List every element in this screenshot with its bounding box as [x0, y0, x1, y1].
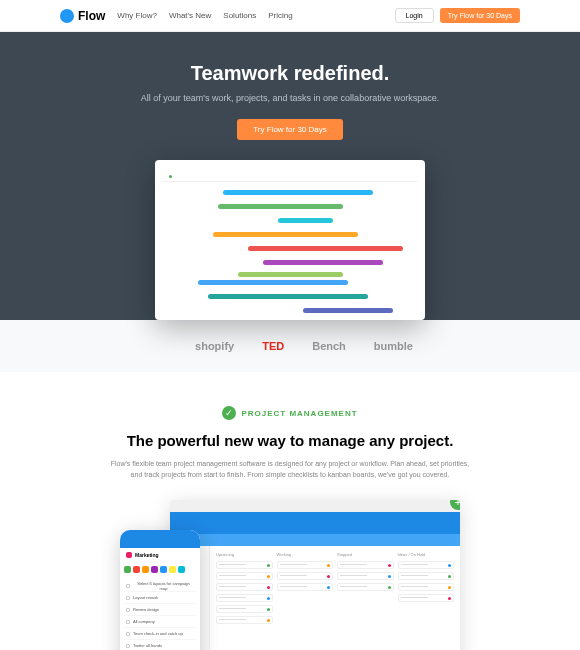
phone-avatars: [120, 562, 200, 576]
checkbox-icon: [126, 608, 130, 612]
gantt-preview: [155, 160, 425, 320]
phone-task-item: Team check-in and catch up: [124, 628, 196, 640]
gantt-bar: [223, 190, 373, 195]
phone-task-item: Review design: [124, 604, 196, 616]
checkbox-icon: [126, 632, 130, 636]
kanban-card: [398, 594, 455, 602]
gantt-bar: [263, 260, 383, 265]
kanban-card: [216, 594, 273, 602]
task-label: Select 6 layouts for campaign map: [133, 581, 194, 591]
project-management-section: ✓ PROJECT MANAGEMENT The powerful new wa…: [0, 372, 580, 650]
checkbox-icon: [126, 584, 130, 588]
kanban-card: [277, 583, 334, 591]
kanban-card: [277, 561, 334, 569]
phone-task-item: All company: [124, 616, 196, 628]
browser-chrome: [170, 500, 460, 512]
card-status-dot: [267, 608, 270, 611]
card-status-dot: [267, 564, 270, 567]
phone-statusbar: [120, 530, 200, 548]
card-status-dot: [327, 586, 330, 589]
bench-logo: Bench: [312, 340, 346, 352]
gantt-header: [163, 172, 417, 182]
gantt-bar: [278, 218, 333, 223]
phone-title-bar: Marketing: [120, 548, 200, 562]
card-status-dot: [327, 564, 330, 567]
gantt-bar: [238, 272, 343, 277]
bumble-logo: bumble: [374, 340, 413, 352]
phone-task-item: Twitter all hands: [124, 640, 196, 650]
kanban-column-header: Working: [277, 552, 334, 557]
card-status-dot: [388, 586, 391, 589]
gantt-bar: [303, 308, 393, 313]
card-status-dot: [267, 597, 270, 600]
phone-task-item: Layout rework: [124, 592, 196, 604]
kanban-column-header: Ideas / On Hold: [398, 552, 455, 557]
avatar: [151, 566, 158, 573]
login-button[interactable]: Login: [395, 8, 434, 23]
checkbox-icon: [126, 596, 130, 600]
kanban-card: [337, 572, 394, 580]
kanban-column-header: Stopped: [337, 552, 394, 557]
brand-logo[interactable]: Flow: [60, 9, 105, 23]
kanban-board: UpcomingWorkingStoppedIdeas / On Hold: [210, 546, 460, 650]
kanban-column: Working: [277, 552, 334, 650]
kanban-card: [398, 572, 455, 580]
gantt-bar: [213, 232, 358, 237]
kanban-card: [216, 561, 273, 569]
app-header: [170, 512, 460, 534]
nav-solutions[interactable]: Solutions: [223, 11, 256, 20]
kanban-column: Stopped: [337, 552, 394, 650]
check-icon: ✓: [222, 406, 236, 420]
card-status-dot: [327, 575, 330, 578]
card-status-dot: [267, 575, 270, 578]
kanban-card: [216, 572, 273, 580]
avatar: [133, 566, 140, 573]
kanban-card: [337, 561, 394, 569]
card-status-dot: [267, 586, 270, 589]
card-status-dot: [388, 564, 391, 567]
task-label: All company: [133, 619, 155, 624]
flow-logo-icon: [60, 9, 74, 23]
gantt-rows: [163, 182, 417, 322]
kanban-card: [277, 572, 334, 580]
section-title: The powerful new way to manage any proje…: [40, 432, 540, 449]
trial-button[interactable]: Try Flow for 30 Days: [440, 8, 520, 23]
card-status-dot: [448, 575, 451, 578]
task-label: Review design: [133, 607, 159, 612]
nav-why-flow[interactable]: Why Flow?: [117, 11, 157, 20]
product-screenshot: + UpcomingWorkingStoppedIdeas / On Hold …: [120, 500, 460, 650]
nav-pricing[interactable]: Pricing: [268, 11, 292, 20]
kanban-column: Ideas / On Hold: [398, 552, 455, 650]
card-status-dot: [267, 619, 270, 622]
kanban-column-header: Upcoming: [216, 552, 273, 557]
customer-logos: shopify TED Bench bumble: [0, 320, 580, 372]
hero-cta-button[interactable]: Try Flow for 30 Days: [237, 119, 343, 140]
gantt-bar: [198, 280, 348, 285]
hero-section: Teamwork redefined. All of your team's w…: [0, 32, 580, 320]
card-status-dot: [448, 564, 451, 567]
browser-mockup: + UpcomingWorkingStoppedIdeas / On Hold: [170, 500, 460, 650]
ted-logo: TED: [262, 340, 284, 352]
phone-project-title: Marketing: [135, 552, 159, 558]
nav-whats-new[interactable]: What's New: [169, 11, 211, 20]
avatar: [124, 566, 131, 573]
card-status-dot: [448, 586, 451, 589]
kanban-column: Upcoming: [216, 552, 273, 650]
checkbox-icon: [126, 620, 130, 624]
kanban-card: [216, 616, 273, 624]
avatar: [160, 566, 167, 573]
site-header: Flow Why Flow? What's New Solutions Pric…: [0, 0, 580, 32]
kanban-card: [398, 583, 455, 591]
task-label: Layout rework: [133, 595, 158, 600]
hero-title: Teamwork redefined.: [0, 62, 580, 85]
section-description: Flow's flexible team project management …: [110, 459, 470, 480]
phone-mockup: Marketing Select 6 layouts for campaign …: [120, 530, 200, 650]
section-badge: ✓ PROJECT MANAGEMENT: [222, 406, 357, 420]
avatar: [178, 566, 185, 573]
main-nav: Why Flow? What's New Solutions Pricing: [117, 11, 292, 20]
card-status-dot: [448, 597, 451, 600]
gantt-bar: [248, 246, 403, 251]
hero-subtitle: All of your team's work, projects, and t…: [0, 93, 580, 103]
checkbox-icon: [126, 644, 130, 648]
task-label: Twitter all hands: [133, 643, 162, 648]
